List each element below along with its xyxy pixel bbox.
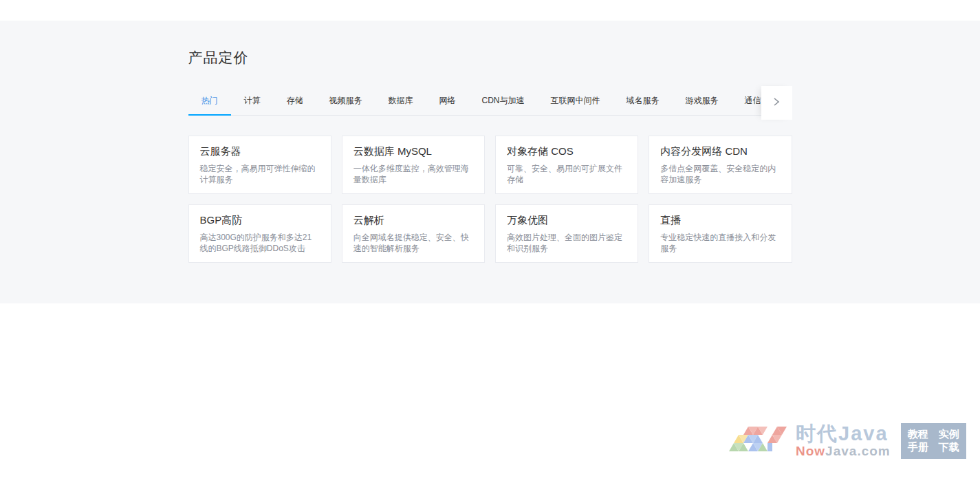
- product-card-description: 高达300G的防护服务和多达21线的BGP线路抵御DDoS攻击: [200, 232, 320, 254]
- watermark-site-now: Now: [796, 444, 825, 458]
- watermark-site-url: NowJava.com: [796, 444, 891, 458]
- product-card-title: 直播: [660, 214, 780, 227]
- product-card-title: 云服务器: [200, 145, 320, 158]
- tab-category-3[interactable]: 视频服务: [316, 86, 375, 116]
- tab-category-5[interactable]: 网络: [426, 86, 469, 116]
- product-card-description: 专业稳定快速的直播接入和分发服务: [660, 232, 780, 254]
- watermark-links-badge: 教程 实例 手册 下载: [901, 423, 966, 459]
- product-card-title: BGP高防: [200, 214, 320, 227]
- product-card[interactable]: 直播专业稳定快速的直播接入和分发服务: [649, 204, 792, 263]
- product-card-description: 向全网域名提供稳定、安全、快速的智能解析服务: [353, 232, 473, 254]
- nowjava-logo-icon: [728, 422, 791, 460]
- page-title: 产品定价: [188, 48, 792, 67]
- category-tabbar: 热门计算存储视频服务数据库网络CDN与加速互联网中间件域名服务游戏服务通信服务安: [188, 86, 792, 116]
- product-card-grid: 云服务器稳定安全，高易用可弹性伸缩的计算服务云数据库 MySQL一体化多维度监控…: [188, 136, 792, 263]
- tab-list: 热门计算存储视频服务数据库网络CDN与加速互联网中间件域名服务游戏服务通信服务安: [188, 86, 792, 116]
- product-card[interactable]: 云解析向全网域名提供稳定、安全、快速的智能解析服务: [342, 204, 485, 263]
- tab-category-0[interactable]: 热门: [188, 86, 231, 116]
- watermark-link: 实例: [939, 428, 959, 441]
- product-card-description: 一体化多维度监控，高效管理海量数据库: [353, 163, 473, 185]
- product-card[interactable]: 云服务器稳定安全，高易用可弹性伸缩的计算服务: [188, 136, 331, 194]
- top-header-strip: [0, 0, 980, 21]
- product-card-title: 内容分发网络 CDN: [660, 145, 780, 158]
- tab-category-2[interactable]: 存储: [274, 86, 316, 116]
- tab-category-9[interactable]: 游戏服务: [673, 86, 732, 116]
- product-card[interactable]: 内容分发网络 CDN多借点全网覆盖、安全稳定的内容加速服务: [649, 136, 792, 194]
- tab-category-7[interactable]: 互联网中间件: [538, 86, 613, 116]
- pricing-section: 产品定价 热门计算存储视频服务数据库网络CDN与加速互联网中间件域名服务游戏服务…: [0, 21, 980, 303]
- product-card-title: 云数据库 MySQL: [353, 145, 473, 158]
- watermark-site-rest: Java.com: [825, 444, 891, 458]
- product-card-description: 多借点全网覆盖、安全稳定的内容加速服务: [660, 163, 780, 185]
- product-card-title: 万象优图: [507, 214, 627, 227]
- tab-category-4[interactable]: 数据库: [375, 86, 426, 116]
- product-card-description: 稳定安全，高易用可弹性伸缩的计算服务: [200, 163, 320, 185]
- watermark-link: 教程: [908, 428, 928, 441]
- product-card[interactable]: BGP高防高达300G的防护服务和多达21线的BGP线路抵御DDoS攻击: [188, 204, 331, 263]
- nowjava-watermark-text: 时代Java NowJava.com: [796, 423, 891, 458]
- product-card-description: 可靠、安全、易用的可扩展文件存储: [507, 163, 627, 185]
- nowjava-watermark: 时代Java NowJava.com 教程 实例 手册 下载: [728, 422, 966, 460]
- tabs-scroll-next-button[interactable]: [761, 86, 792, 120]
- watermark-link: 手册: [908, 441, 928, 454]
- watermark-link: 下载: [939, 441, 959, 454]
- product-card[interactable]: 对象存储 COS可靠、安全、易用的可扩展文件存储: [495, 136, 638, 194]
- tab-category-6[interactable]: CDN与加速: [469, 86, 538, 116]
- chevron-right-icon: [772, 97, 781, 109]
- product-card-description: 高效图片处理、全面的图片鉴定和识别服务: [507, 232, 627, 254]
- product-card-title: 对象存储 COS: [507, 145, 627, 158]
- product-card[interactable]: 万象优图高效图片处理、全面的图片鉴定和识别服务: [495, 204, 638, 263]
- watermark-brand-name: 时代Java: [796, 423, 891, 444]
- product-card-title: 云解析: [353, 214, 473, 227]
- tab-category-1[interactable]: 计算: [231, 86, 274, 116]
- tab-category-8[interactable]: 域名服务: [613, 86, 673, 116]
- product-card[interactable]: 云数据库 MySQL一体化多维度监控，高效管理海量数据库: [342, 136, 485, 194]
